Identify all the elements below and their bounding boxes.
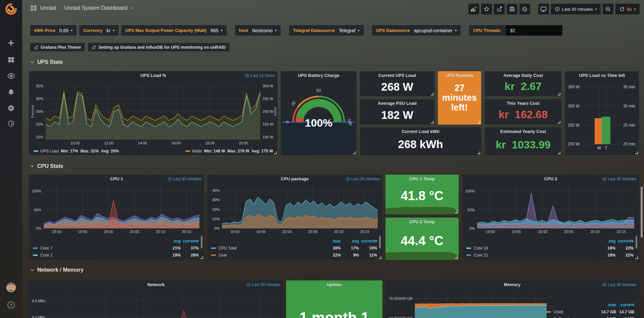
share-button[interactable] — [494, 4, 505, 14]
battery-gauge[interactable]: 02050100100% — [281, 80, 357, 155]
memory-chart[interactable]: 19:5019:5520:0020:0520:1020:1570.000000 … — [387, 289, 550, 318]
caret-down-icon: ▾ — [71, 29, 73, 32]
panel-title[interactable]: This Years Cost — [485, 99, 561, 108]
series-name[interactable]: User — [219, 253, 227, 258]
series-name[interactable]: CPU Total — [219, 246, 237, 251]
panel-title[interactable]: Current Load kWh — [360, 127, 481, 136]
grafana-logo-icon[interactable] — [4, 3, 18, 16]
series-name[interactable]: UPS Load — [40, 149, 59, 153]
panel-title[interactable]: UPS Runtime — [438, 71, 481, 80]
panel-title[interactable]: UPS Load vs Time left — [565, 71, 639, 80]
legend-value: 3 MB — [616, 317, 634, 318]
ups-load-chart[interactable]: 10:0012:0014:0016:0018:0020:0035%300 W30… — [30, 80, 276, 146]
dashboard-settings-button[interactable] — [519, 4, 530, 14]
time-range-picker[interactable]: Last 30 minutes ▾ — [551, 4, 601, 14]
panel-title[interactable]: Network — [29, 280, 283, 289]
panel-title[interactable]: UPS Load % — [29, 71, 278, 80]
dashboard-link[interactable]: Grafana Plex Theme — [30, 43, 85, 51]
panel-title[interactable]: CPU 2 Temp — [385, 218, 459, 226]
variable-ups-datasource[interactable]: UPS Datasourceapcupsd-container▾ — [372, 25, 461, 36]
load-vs-time-bar-chart[interactable]: 350 W35 min300 W30 min250 W25 min200 W20… — [566, 80, 638, 154]
svg-text:16:00: 16:00 — [172, 141, 181, 145]
server-admin-shield-icon[interactable] — [6, 118, 16, 129]
dashboards-icon[interactable] — [6, 54, 16, 65]
panel-time-override[interactable]: Last 30 minutes — [168, 177, 201, 181]
create-plus-icon[interactable] — [6, 38, 16, 48]
series-name[interactable]: Watts — [192, 149, 202, 153]
alerting-bell-icon[interactable] — [6, 87, 16, 97]
network-chart[interactable]: 19:5019:5520:0020:0520:1020:156.0 MBs4.0… — [30, 289, 282, 318]
legend-value: 22% — [615, 246, 634, 251]
zoom-out-button[interactable] — [603, 4, 613, 14]
series-name[interactable]: Core 7 — [40, 246, 52, 251]
series-name[interactable]: Used — [554, 310, 563, 314]
cpu2-chart[interactable]: 19:5019:5520:0020:0520:1020:15100%50%0% — [464, 183, 638, 234]
variable-kwh-price[interactable]: kWh Price0.65▾ — [30, 25, 77, 36]
legend-sort-avg[interactable]: avg — [597, 239, 615, 243]
series-name[interactable]: Buffered — [554, 317, 569, 318]
section-cpu-stats[interactable]: CPU Stats — [30, 163, 63, 169]
refresh-icon — [619, 7, 625, 12]
panel-title[interactable]: CPU 1 Temp — [385, 175, 459, 183]
svg-text:100%: 100% — [32, 189, 41, 193]
legend-scrollbar[interactable] — [636, 236, 637, 248]
panel-title[interactable]: Memory — [385, 280, 639, 289]
link-label: Setting up Grafana and InfluxDB for UPS … — [98, 45, 225, 50]
section-network-memory[interactable]: Network / Memory — [30, 267, 84, 273]
memory-legend: maxcurrentUsed14.7 GB14.7 GBBuffered3 MB… — [546, 301, 634, 318]
dashboard-title[interactable]: Unraid System Dashboard — [64, 5, 128, 11]
panel-title[interactable]: Current UPS Load — [360, 71, 434, 80]
series-name[interactable]: Core 18 — [474, 246, 488, 251]
section-ups-stats[interactable]: UPS Stats — [30, 59, 63, 65]
legend-sort-avg[interactable]: avg — [163, 239, 181, 243]
legend-scrollbar[interactable] — [379, 236, 381, 248]
legend-sort-avg[interactable]: avg — [341, 239, 359, 243]
series-name[interactable]: Core 21 — [474, 253, 488, 258]
clock-icon — [168, 177, 172, 181]
legend-value: 21% — [163, 246, 181, 251]
breadcrumb-folder[interactable]: Unraid — [40, 5, 56, 11]
refresh-picker[interactable]: 5s ▾ — [615, 4, 640, 14]
variable-telegraf-datasource[interactable]: Telegraf DatasourceTelegraf▾ — [289, 25, 364, 36]
variable-currency[interactable]: Currencykr▾ — [79, 25, 119, 36]
panel-time-override[interactable]: Last 30 minutes — [602, 177, 636, 181]
panel-time-override[interactable]: Last 30 minutes — [346, 177, 380, 181]
configuration-gear-icon[interactable] — [6, 103, 16, 113]
save-button[interactable] — [507, 4, 517, 14]
variable-host[interactable]: hostNostromo▾ — [235, 25, 281, 36]
panel-title[interactable]: Average PSU Load — [360, 99, 434, 108]
panel-title[interactable]: UPS Battery Charge — [281, 71, 357, 80]
cpu-package-chart[interactable]: 19:5019:5520:0020:0520:1020:1540%30%20%1… — [209, 183, 381, 234]
variable-label: Currency — [83, 28, 102, 33]
legend-sort-current[interactable]: current▾ — [615, 239, 634, 243]
add-panel-button[interactable] — [468, 4, 479, 14]
star-button[interactable] — [481, 4, 492, 14]
dashboard-link[interactable]: Setting up Grafana and InfluxDB for UPS … — [88, 43, 229, 51]
variable-cpu-threads[interactable]: CPU Threads32 — [469, 25, 562, 36]
legend-scrollbar[interactable] — [201, 236, 202, 248]
user-avatar[interactable] — [6, 282, 16, 293]
help-icon[interactable]: ? — [6, 300, 16, 310]
legend-sort-max[interactable]: max — [323, 239, 341, 243]
legend-sort-current[interactable]: current▾ — [181, 239, 199, 243]
variable-input[interactable]: 32 — [506, 25, 562, 36]
ups-load-legend: UPS LoadMin: 17% Max: 32% Avg: 20%WattsM… — [34, 149, 273, 153]
panel-time-override[interactable]: Last 30 minutes — [246, 282, 280, 287]
svg-text:20:00: 20:00 — [282, 230, 292, 234]
panel-title[interactable]: Estimated Yearly Cost — [485, 127, 561, 136]
cpu1-chart[interactable]: 19:5019:5520:0020:0520:1020:15100%50%0% — [30, 183, 203, 234]
page-scrollbar[interactable] — [641, 187, 643, 238]
panel-title[interactable]: Average Daily Cost — [485, 71, 561, 80]
panel-time-override[interactable]: Last 12 hours — [245, 73, 275, 78]
legend-sort-max[interactable]: max — [598, 303, 616, 307]
legend-sort-current[interactable]: current — [616, 303, 634, 307]
explore-compass-icon[interactable] — [6, 71, 16, 81]
panel-time-override[interactable]: Last 30 minutes — [602, 282, 636, 287]
series-name[interactable]: Core 2 — [40, 253, 52, 258]
legend-sort-current[interactable]: current▾ — [359, 239, 377, 243]
tv-mode-button[interactable] — [538, 4, 549, 14]
panel-title[interactable]: Uptime — [286, 280, 382, 289]
variable-ups-max-output-power-capacity-watt-[interactable]: UPS Max Output Power Capacity (Watt)865▾ — [121, 25, 227, 36]
title-caret-icon[interactable]: ▾ — [131, 6, 133, 10]
panel-current-ups-load: Current UPS Load 268 W — [360, 71, 434, 96]
